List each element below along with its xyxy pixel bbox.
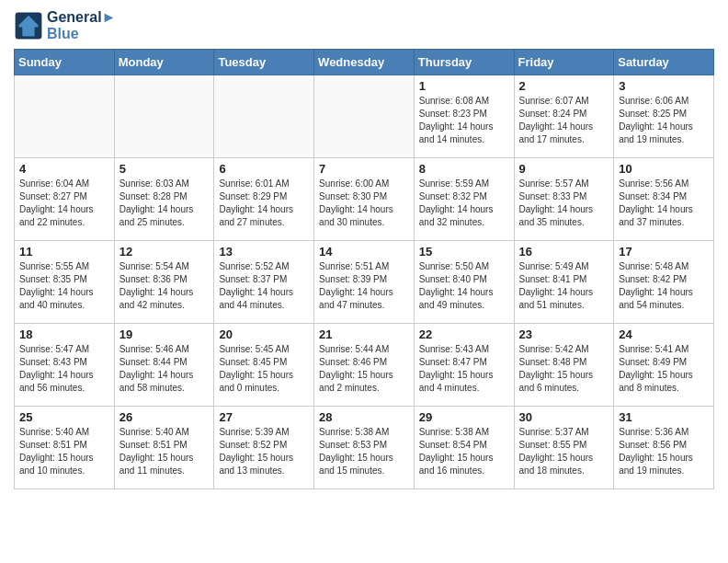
calendar-cell: 15Sunrise: 5:50 AM Sunset: 8:40 PM Dayli…: [414, 241, 514, 324]
day-info: Sunrise: 5:56 AM Sunset: 8:34 PM Dayligh…: [619, 178, 709, 229]
calendar-week-row: 25Sunrise: 5:40 AM Sunset: 8:51 PM Dayli…: [15, 407, 714, 489]
day-number: 3: [619, 79, 709, 93]
day-number: 1: [419, 79, 509, 93]
day-info: Sunrise: 5:59 AM Sunset: 8:32 PM Dayligh…: [419, 178, 509, 229]
day-number: 6: [219, 162, 309, 176]
day-number: 21: [319, 327, 409, 341]
day-number: 17: [619, 245, 709, 259]
calendar-week-row: 11Sunrise: 5:55 AM Sunset: 8:35 PM Dayli…: [15, 241, 714, 324]
calendar-cell: 11Sunrise: 5:55 AM Sunset: 8:35 PM Dayli…: [15, 241, 115, 324]
calendar-cell: 12Sunrise: 5:54 AM Sunset: 8:36 PM Dayli…: [114, 241, 214, 324]
day-number: 15: [419, 245, 509, 259]
day-number: 19: [119, 327, 210, 341]
calendar-cell: [314, 75, 415, 158]
calendar-cell: 25Sunrise: 5:40 AM Sunset: 8:51 PM Dayli…: [15, 407, 115, 489]
day-info: Sunrise: 5:42 AM Sunset: 8:48 PM Dayligh…: [519, 343, 609, 395]
calendar-day-header: Friday: [514, 50, 614, 75]
calendar-cell: 24Sunrise: 5:41 AM Sunset: 8:49 PM Dayli…: [614, 324, 714, 407]
day-info: Sunrise: 5:48 AM Sunset: 8:42 PM Dayligh…: [619, 260, 709, 312]
header: General► Blue: [14, 9, 714, 41]
day-number: 14: [319, 245, 409, 259]
calendar-table: SundayMondayTuesdayWednesdayThursdayFrid…: [14, 49, 714, 489]
day-number: 22: [419, 327, 509, 341]
day-info: Sunrise: 5:55 AM Sunset: 8:35 PM Dayligh…: [19, 260, 109, 312]
calendar-day-header: Monday: [114, 50, 214, 75]
calendar-week-row: 1Sunrise: 6:08 AM Sunset: 8:23 PM Daylig…: [15, 75, 714, 158]
calendar-week-row: 18Sunrise: 5:47 AM Sunset: 8:43 PM Dayli…: [15, 324, 714, 407]
calendar-cell: 22Sunrise: 5:43 AM Sunset: 8:47 PM Dayli…: [414, 324, 514, 407]
day-info: Sunrise: 5:43 AM Sunset: 8:47 PM Dayligh…: [419, 343, 509, 395]
day-number: 8: [419, 162, 509, 176]
calendar-cell: [15, 75, 115, 158]
day-info: Sunrise: 5:45 AM Sunset: 8:45 PM Dayligh…: [219, 343, 309, 395]
calendar-cell: 14Sunrise: 5:51 AM Sunset: 8:39 PM Dayli…: [314, 241, 415, 324]
calendar-day-header: Tuesday: [214, 50, 314, 75]
day-number: 12: [119, 245, 210, 259]
day-info: Sunrise: 5:54 AM Sunset: 8:36 PM Dayligh…: [119, 260, 210, 312]
logo-icon: [14, 11, 43, 40]
day-number: 16: [519, 245, 609, 259]
day-number: 24: [619, 327, 709, 341]
calendar-cell: 21Sunrise: 5:44 AM Sunset: 8:46 PM Dayli…: [314, 324, 415, 407]
calendar-cell: 18Sunrise: 5:47 AM Sunset: 8:43 PM Dayli…: [15, 324, 115, 407]
day-info: Sunrise: 6:07 AM Sunset: 8:24 PM Dayligh…: [519, 95, 609, 146]
logo: General► Blue: [14, 9, 116, 41]
day-info: Sunrise: 5:41 AM Sunset: 8:49 PM Dayligh…: [619, 343, 709, 395]
calendar-day-header: Wednesday: [314, 50, 415, 75]
calendar-cell: 26Sunrise: 5:40 AM Sunset: 8:51 PM Dayli…: [114, 407, 214, 489]
day-info: Sunrise: 5:44 AM Sunset: 8:46 PM Dayligh…: [319, 343, 409, 395]
day-number: 2: [519, 79, 609, 93]
day-info: Sunrise: 5:52 AM Sunset: 8:37 PM Dayligh…: [219, 260, 309, 312]
logo-text: General► Blue: [47, 9, 116, 41]
calendar-cell: 28Sunrise: 5:38 AM Sunset: 8:53 PM Dayli…: [314, 407, 415, 489]
calendar-cell: 27Sunrise: 5:39 AM Sunset: 8:52 PM Dayli…: [214, 407, 314, 489]
calendar-cell: 20Sunrise: 5:45 AM Sunset: 8:45 PM Dayli…: [214, 324, 314, 407]
day-number: 31: [619, 410, 709, 424]
calendar-cell: 1Sunrise: 6:08 AM Sunset: 8:23 PM Daylig…: [414, 75, 514, 158]
day-info: Sunrise: 5:38 AM Sunset: 8:54 PM Dayligh…: [419, 426, 509, 477]
calendar-cell: [214, 75, 314, 158]
day-number: 25: [19, 410, 109, 424]
day-info: Sunrise: 5:50 AM Sunset: 8:40 PM Dayligh…: [419, 260, 509, 312]
day-number: 23: [519, 327, 609, 341]
day-info: Sunrise: 5:51 AM Sunset: 8:39 PM Dayligh…: [319, 260, 409, 312]
day-number: 27: [219, 410, 309, 424]
day-info: Sunrise: 5:40 AM Sunset: 8:51 PM Dayligh…: [19, 426, 109, 477]
day-number: 7: [319, 162, 409, 176]
calendar-cell: 31Sunrise: 5:36 AM Sunset: 8:56 PM Dayli…: [614, 407, 714, 489]
day-info: Sunrise: 5:57 AM Sunset: 8:33 PM Dayligh…: [519, 178, 609, 229]
day-number: 4: [19, 162, 109, 176]
calendar-cell: 17Sunrise: 5:48 AM Sunset: 8:42 PM Dayli…: [614, 241, 714, 324]
day-info: Sunrise: 5:40 AM Sunset: 8:51 PM Dayligh…: [119, 426, 210, 477]
calendar-cell: 9Sunrise: 5:57 AM Sunset: 8:33 PM Daylig…: [514, 158, 614, 241]
calendar-cell: 2Sunrise: 6:07 AM Sunset: 8:24 PM Daylig…: [514, 75, 614, 158]
calendar-cell: 5Sunrise: 6:03 AM Sunset: 8:28 PM Daylig…: [114, 158, 214, 241]
calendar-cell: 7Sunrise: 6:00 AM Sunset: 8:30 PM Daylig…: [314, 158, 415, 241]
calendar-day-header: Sunday: [15, 50, 115, 75]
day-number: 13: [219, 245, 309, 259]
calendar-cell: 10Sunrise: 5:56 AM Sunset: 8:34 PM Dayli…: [614, 158, 714, 241]
day-number: 18: [19, 327, 109, 341]
calendar-cell: 16Sunrise: 5:49 AM Sunset: 8:41 PM Dayli…: [514, 241, 614, 324]
day-number: 10: [619, 162, 709, 176]
calendar-day-header: Saturday: [614, 50, 714, 75]
day-info: Sunrise: 5:36 AM Sunset: 8:56 PM Dayligh…: [619, 426, 709, 477]
day-number: 30: [519, 410, 609, 424]
calendar-cell: 30Sunrise: 5:37 AM Sunset: 8:55 PM Dayli…: [514, 407, 614, 489]
day-number: 26: [119, 410, 210, 424]
calendar-week-row: 4Sunrise: 6:04 AM Sunset: 8:27 PM Daylig…: [15, 158, 714, 241]
day-number: 5: [119, 162, 210, 176]
page-container: General► Blue SundayMondayTuesdayWednesd…: [0, 0, 728, 499]
day-info: Sunrise: 5:49 AM Sunset: 8:41 PM Dayligh…: [519, 260, 609, 312]
calendar-cell: 23Sunrise: 5:42 AM Sunset: 8:48 PM Dayli…: [514, 324, 614, 407]
day-info: Sunrise: 5:38 AM Sunset: 8:53 PM Dayligh…: [319, 426, 409, 477]
day-info: Sunrise: 5:37 AM Sunset: 8:55 PM Dayligh…: [519, 426, 609, 477]
calendar-cell: 13Sunrise: 5:52 AM Sunset: 8:37 PM Dayli…: [214, 241, 314, 324]
day-info: Sunrise: 6:03 AM Sunset: 8:28 PM Dayligh…: [119, 178, 210, 229]
day-info: Sunrise: 5:39 AM Sunset: 8:52 PM Dayligh…: [219, 426, 309, 477]
calendar-cell: 19Sunrise: 5:46 AM Sunset: 8:44 PM Dayli…: [114, 324, 214, 407]
day-info: Sunrise: 6:08 AM Sunset: 8:23 PM Dayligh…: [419, 95, 509, 146]
day-number: 28: [319, 410, 409, 424]
calendar-cell: 8Sunrise: 5:59 AM Sunset: 8:32 PM Daylig…: [414, 158, 514, 241]
day-number: 29: [419, 410, 509, 424]
